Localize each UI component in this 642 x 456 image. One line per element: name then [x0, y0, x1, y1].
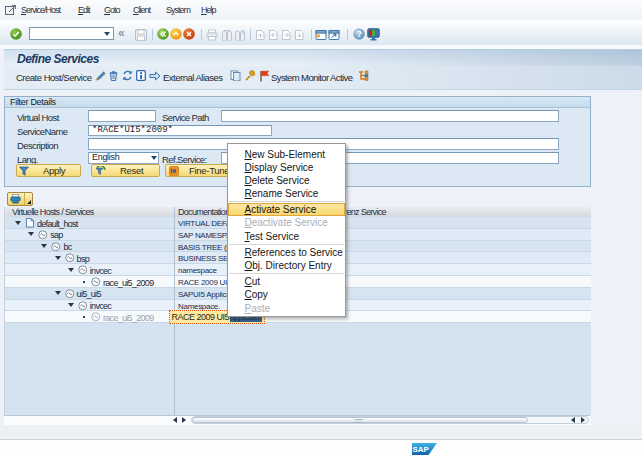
svg-text:SAP: SAP [413, 445, 430, 454]
svg-text:?: ? [356, 29, 361, 39]
